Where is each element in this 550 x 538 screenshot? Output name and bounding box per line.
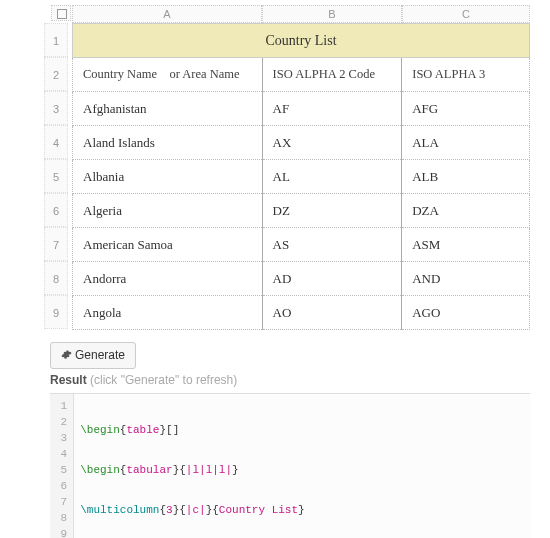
select-all-corner[interactable]	[51, 5, 71, 21]
col-header-c[interactable]: C	[402, 5, 530, 23]
cell-a3[interactable]: AGO	[402, 296, 530, 330]
row-num-5[interactable]: 5	[44, 159, 68, 193]
gear-icon	[61, 349, 72, 363]
column-headers: A B C	[72, 5, 530, 23]
row-num-6[interactable]: 6	[44, 193, 68, 227]
header-row: Country Name or Area Name ISO ALPHA 2 Co…	[73, 58, 530, 92]
cell-a3[interactable]: DZA	[402, 194, 530, 228]
cell-a2[interactable]: AX	[262, 126, 402, 160]
code-line: \multicolumn{3}{|c|}{Country List} \\	[80, 502, 550, 518]
header-col1-part1: Country Name	[83, 67, 157, 81]
cell-a3[interactable]: AFG	[402, 92, 530, 126]
row-num-9[interactable]: 9	[44, 295, 68, 329]
col-header-b[interactable]: B	[262, 5, 402, 23]
header-col3[interactable]: ISO ALPHA 3	[402, 58, 530, 92]
header-col1-part2: or Area Name	[169, 67, 239, 81]
table-title[interactable]: Country List	[73, 24, 530, 58]
cell-name[interactable]: Afghanistan	[73, 92, 263, 126]
cell-name[interactable]: Aland Islands	[73, 126, 263, 160]
table-row: American SamoaASASM	[73, 228, 530, 262]
code-lines[interactable]: \begin{table}[] \begin{tabular}{|l|l|l|}…	[74, 394, 550, 538]
cell-a2[interactable]: DZ	[262, 194, 402, 228]
cell-a2[interactable]: AS	[262, 228, 402, 262]
code-line: \begin{table}[]	[80, 422, 550, 438]
title-row: Country List	[73, 24, 530, 58]
code-output[interactable]: 1234567891011 \begin{table}[] \begin{tab…	[50, 393, 530, 538]
row-num-7[interactable]: 7	[44, 227, 68, 261]
cell-name[interactable]: Albania	[73, 160, 263, 194]
table-row: AndorraADAND	[73, 262, 530, 296]
cell-name[interactable]: American Samoa	[73, 228, 263, 262]
row-num-8[interactable]: 8	[44, 261, 68, 295]
cell-a2[interactable]: AD	[262, 262, 402, 296]
header-col1[interactable]: Country Name or Area Name	[73, 58, 263, 92]
row-num-4[interactable]: 4	[44, 125, 68, 159]
table-row: AfghanistanAFAFG	[73, 92, 530, 126]
cell-a3[interactable]: ALA	[402, 126, 530, 160]
cell-name[interactable]: Andorra	[73, 262, 263, 296]
cell-name[interactable]: Algeria	[73, 194, 263, 228]
cell-a2[interactable]: AL	[262, 160, 402, 194]
cell-a3[interactable]: ASM	[402, 228, 530, 262]
cell-a2[interactable]: AF	[262, 92, 402, 126]
col-header-a[interactable]: A	[72, 5, 262, 23]
cell-name[interactable]: Angola	[73, 296, 263, 330]
cell-a3[interactable]: AND	[402, 262, 530, 296]
result-hint: (click "Generate" to refresh)	[90, 373, 237, 387]
generate-button[interactable]: Generate	[50, 342, 136, 369]
table-row: AlgeriaDZDZA	[73, 194, 530, 228]
result-text: Result	[50, 373, 87, 387]
cell-a2[interactable]: AO	[262, 296, 402, 330]
row-num-2[interactable]: 2	[44, 57, 68, 91]
code-line: \begin{tabular}{|l|l|l|}	[80, 462, 550, 478]
cell-a3[interactable]: ALB	[402, 160, 530, 194]
table-row: AngolaAOAGO	[73, 296, 530, 330]
result-label: Result (click "Generate" to refresh)	[50, 373, 550, 387]
code-gutter: 1234567891011	[50, 394, 74, 538]
row-num-3[interactable]: 3	[44, 91, 68, 125]
header-col2[interactable]: ISO ALPHA 2 Code	[262, 58, 402, 92]
row-num-1[interactable]: 1	[44, 23, 68, 57]
table-row: AlbaniaALALB	[73, 160, 530, 194]
row-numbers: 1 2 3 4 5 6 7 8 9	[44, 23, 68, 329]
spreadsheet-table[interactable]: Country List Country Name or Area Name I…	[72, 23, 530, 330]
table-row: Aland IslandsAXALA	[73, 126, 530, 160]
generate-label: Generate	[75, 348, 125, 362]
